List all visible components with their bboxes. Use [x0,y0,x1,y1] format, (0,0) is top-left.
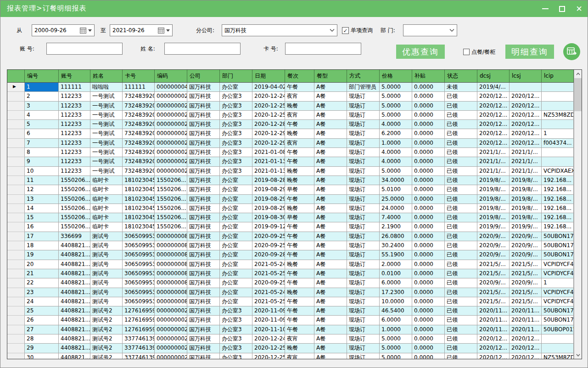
table-cell[interactable]: VCPIDYCF4M [542,297,574,306]
table-cell[interactable]: 2020-11-09 [252,316,285,325]
table-cell[interactable]: 已领 [445,222,477,232]
table-cell[interactable]: 测试号2 [90,316,123,325]
table-cell[interactable]: NZ53M8ZDDF [542,111,574,120]
detail-query-button[interactable]: 明细查询 [505,45,554,59]
table-cell[interactable]: 已领 [445,250,477,260]
table-cell[interactable]: 2020-12-25 [252,344,285,353]
table-cell[interactable]: 临时卡 [90,185,123,194]
scrollbar-thumb[interactable] [574,78,582,111]
row-selector[interactable] [7,250,25,260]
table-cell[interactable]: 1810230458 [123,195,155,204]
table-cell[interactable]: 5.0000 [380,334,412,344]
row-selector[interactable] [7,111,25,120]
table-cell[interactable]: 2020/11... [510,325,542,334]
table-cell[interactable]: 50UBON17TF [542,232,574,241]
table-cell[interactable]: 现场订 [347,204,380,213]
table-cell[interactable]: 早餐 [285,213,314,222]
table-cell[interactable]: 午餐 [285,157,314,166]
table-cell[interactable]: 3065099534 [123,269,155,278]
table-cell[interactable]: 0.0000 [412,288,445,297]
table-cell[interactable]: 28 [25,334,59,344]
table-cell[interactable]: 办公室3 [220,344,252,353]
table-cell[interactable]: VCPIDYCF4M [542,288,574,297]
table-cell[interactable]: 已领 [445,325,477,334]
table-cell[interactable]: 2020/12... [477,92,510,101]
table-cell[interactable] [542,334,574,344]
table-cell[interactable]: 0000000029 [155,139,187,148]
table-cell[interactable]: 已领 [445,260,477,269]
table-cell[interactable]: 2021-05-24 [252,260,285,269]
table-cell[interactable]: 测试号 [90,278,123,288]
table-cell[interactable]: 0000000081 [155,260,187,269]
table-cell[interactable]: 2019/8/... [510,195,542,204]
table-cell[interactable]: 一号测试 [90,129,123,138]
table-cell[interactable]: 午餐 [285,222,314,232]
table-cell[interactable]: 2021/5/... [510,260,542,269]
table-cell[interactable]: 一号测试 [90,111,123,120]
table-cell[interactable]: 0.0000 [412,83,445,92]
table-cell[interactable]: A餐 [314,269,347,278]
table-cell[interactable]: 2020-09-25 [252,278,285,288]
table-cell[interactable]: 已领 [445,241,477,250]
table-cell[interactable]: 6.0000 [380,316,412,325]
table-cell[interactable]: 2019/9/... [477,222,510,232]
close-button[interactable]: ✕ [571,0,588,17]
table-cell[interactable]: 办公室3 [220,157,252,166]
table-cell[interactable]: 国万科技 [187,250,220,260]
table-cell[interactable]: 0000000029 [155,129,187,138]
table-cell[interactable]: 11 [25,176,59,185]
date-from-picker[interactable]: 2000-09-26 [32,24,95,36]
table-cell[interactable]: 2020/11... [477,306,510,316]
table-cell[interactable]: 0000000029 [155,325,187,334]
table-cell[interactable]: 4.0000 [380,120,412,129]
table-cell[interactable]: 0000000029 [155,111,187,120]
table-cell[interactable]: 24.0000 [380,204,412,213]
table-cell[interactable]: 2021-01-13 [252,167,285,176]
table-cell[interactable]: 测试号 [90,250,123,260]
table-cell[interactable]: 4408821... [59,269,90,278]
table-cell[interactable]: 7.4000 [380,213,412,222]
table-cell[interactable]: 已领 [445,185,477,194]
table-cell[interactable]: 现场订 [347,278,380,288]
table-cell[interactable]: 1.0000 [380,325,412,334]
table-cell[interactable]: 2020/9/... [477,241,510,250]
table-cell[interactable]: 0.0000 [412,241,445,250]
table-cell[interactable]: 0.0000 [412,102,445,111]
table-cell[interactable]: A餐 [314,120,347,129]
table-cell[interactable]: 现场订 [347,260,380,269]
table-cell[interactable]: 已领 [445,195,477,204]
table-cell[interactable]: 4408821... [59,334,90,344]
table-cell[interactable]: 2020-09-25 [252,232,285,241]
table-cell[interactable]: 办公室3 [220,111,252,120]
table-cell[interactable]: 一号测试 [90,139,123,148]
table-cell[interactable]: 2020/12... [477,129,510,138]
table-cell[interactable]: A餐 [314,204,347,213]
table-cell[interactable]: 3 [25,102,59,111]
table-cell[interactable]: 办公室3 [220,148,252,157]
table-cell[interactable]: 4408821... [59,344,90,353]
table-cell[interactable]: 2021/1/... [477,167,510,176]
table-cell[interactable]: 2021/5/... [477,297,510,306]
table-cell[interactable]: 24 [25,297,59,306]
table-cell[interactable]: 已领 [445,111,477,120]
table-cell[interactable]: 临时卡 [90,213,123,222]
table-cell[interactable]: 国万科技 [187,111,220,120]
table-cell[interactable]: 2.1900 [380,222,412,232]
table-cell[interactable]: 1550206... [59,222,90,232]
table-cell[interactable]: 1276169597 [123,325,155,334]
table-cell[interactable]: 2021/5/... [477,288,510,297]
table-cell[interactable]: 2020-11-10 [252,325,285,334]
table-cell[interactable]: 192.168... [542,213,574,222]
table-cell[interactable]: 国万科技 [187,213,220,222]
table-cell[interactable]: A餐 [314,148,347,157]
table-cell[interactable]: 4408821... [59,241,90,250]
table-cell[interactable]: 办公室 [220,185,252,194]
table-cell[interactable]: 办公室3 [220,139,252,148]
table-cell[interactable]: 732483920 [123,120,155,129]
table-cell[interactable]: 2020-12-28 [252,120,285,129]
row-selector[interactable] [7,325,25,334]
table-cell[interactable]: 临时卡 [90,195,123,204]
table-cell[interactable]: 午餐 [285,278,314,288]
column-header[interactable]: lcip [542,70,574,82]
table-cell[interactable]: 29 [25,344,59,353]
